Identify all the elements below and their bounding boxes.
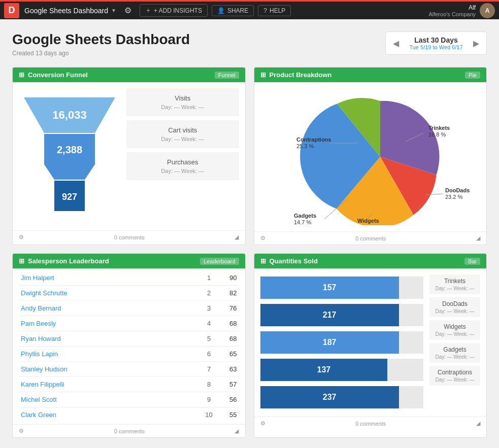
leaderboard-row: Stanley Hudson 7 63 — [19, 362, 239, 377]
quantities-sold-title: Quantities Sold — [270, 257, 318, 265]
date-prev-arrow[interactable]: ◀ — [393, 39, 399, 48]
leaderboard-name[interactable]: Michel Scott — [21, 396, 202, 403]
product-breakdown-widget: ⊞ Product Breakdown Pie — [254, 67, 487, 245]
leaderboard-name[interactable]: Jim Halpert — [21, 274, 202, 282]
conversion-funnel-type-badge: Funnel — [215, 72, 239, 79]
settings-icon-leaderboard[interactable]: ⚙ — [19, 428, 24, 434]
product-breakdown-header: ⊞ Product Breakdown Pie — [254, 67, 487, 82]
bar-row: 187 — [260, 331, 424, 354]
svg-text:14.7 %: 14.7 % — [294, 219, 311, 225]
leaderboard-score: 56 — [217, 396, 237, 403]
leaderboard-row: Andy Bernard 3 76 — [19, 301, 239, 316]
bar-stat-label: Contraptions — [434, 369, 476, 376]
leaderboard-rank: 7 — [202, 365, 217, 373]
svg-text:25.3 %: 25.3 % — [296, 143, 314, 149]
leaderboard-rank: 3 — [202, 304, 217, 312]
leaderboard-row: Pam Beesly 4 68 — [19, 316, 239, 331]
date-range-picker[interactable]: ◀ Last 30 Days Tue 5/19 to Wed 6/17 ▶ — [385, 31, 487, 55]
user-info: Alf Alferoo's Company — [428, 4, 476, 17]
date-next-arrow[interactable]: ▶ — [473, 39, 479, 48]
funnel-cart-label: Cart visits — [132, 126, 233, 134]
svg-text:Trinkets: Trinkets — [428, 125, 450, 131]
leaderboard-score: 57 — [217, 381, 237, 388]
bar-stat-sub: Day: — Week: — — [434, 331, 476, 337]
help-button[interactable]: ? HELP — [258, 5, 291, 16]
resize-icon-bar[interactable]: ◢ — [476, 420, 480, 427]
svg-text:927: 927 — [62, 192, 77, 202]
bar-stat-Contraptions: ContraptionsDay: — Week: — — [429, 366, 480, 386]
bar-value-DooDads: 217 — [260, 304, 399, 326]
bar-value-Contraptions: 237 — [260, 386, 399, 408]
bar-stats: TrinketsDay: — Week: —DooDadsDay: — Week… — [429, 274, 480, 410]
salesperson-leaderboard-widget: ⊞ Salesperson Leaderboard Leaderboard Ji… — [12, 253, 246, 438]
settings-icon-funnel[interactable]: ⚙ — [19, 234, 24, 240]
resize-icon-pie[interactable]: ◢ — [476, 235, 480, 242]
settings-icon[interactable]: ⚙ — [124, 6, 131, 15]
page-title: Google Sheets Dashboard — [12, 31, 190, 48]
leaderboard-row: Ryan Howard 5 68 — [19, 331, 239, 347]
share-icon: 👤 — [217, 7, 225, 14]
funnel-stats: Visits Day: — Week: — Cart visits Day: —… — [126, 88, 239, 180]
leaderboard-name[interactable]: Pam Beesly — [21, 320, 202, 327]
conversion-funnel-title: Conversion Funnel — [28, 71, 88, 79]
leaderboard-score: 63 — [217, 365, 237, 373]
funnel-comments[interactable]: 0 comments — [114, 234, 145, 240]
leaderboard-comments[interactable]: 0 comments — [114, 428, 145, 434]
app-logo: D — [4, 3, 19, 18]
funnel-cart-sub: Day: — Week: — — [132, 136, 233, 142]
svg-text:Gadgets: Gadgets — [294, 213, 316, 219]
bar-visualization: 157 217 187 137 237 — [260, 274, 424, 410]
page-title-area: Google Sheets Dashboard Created 13 days … — [12, 31, 190, 57]
leaderboard-row: Phyllis Lapin 6 65 — [19, 347, 239, 362]
svg-text:20.0 %: 20.0 % — [357, 224, 375, 225]
bar-stat-sub: Day: — Week: — — [434, 354, 476, 360]
resize-icon-funnel[interactable]: ◢ — [235, 234, 239, 240]
leaderboard-name[interactable]: Karen Filippelli — [21, 381, 202, 388]
leaderboard-rank: 8 — [202, 381, 217, 388]
leaderboard-name[interactable]: Andy Bernard — [21, 304, 202, 312]
leaderboard-header: ⊞ Salesperson Leaderboard Leaderboard — [13, 254, 245, 268]
funnel-purchases-label: Purchases — [132, 158, 233, 166]
svg-text:Contraptions: Contraptions — [296, 136, 331, 143]
funnel-svg: 16,033 2,388 927 — [19, 92, 120, 224]
bar-stat-label: Trinkets — [434, 278, 476, 285]
conversion-funnel-footer: ⚙ 0 comments ◢ — [13, 230, 245, 244]
leaderboard-name[interactable]: Clark Green — [21, 411, 202, 419]
quantities-sold-widget: ⊞ Quantities Sold Bar 157 217 187 137 23… — [254, 253, 487, 438]
user-area: Alf Alferoo's Company A — [428, 3, 495, 18]
page-header: Google Sheets Dashboard Created 13 days … — [12, 31, 487, 57]
svg-text:2,388: 2,388 — [57, 144, 82, 155]
resize-icon-leaderboard[interactable]: ◢ — [235, 428, 239, 434]
share-button[interactable]: 👤 SHARE — [212, 5, 254, 16]
leaderboard-rank: 1 — [202, 274, 217, 282]
pie-comments[interactable]: 0 comments — [355, 235, 386, 242]
settings-icon-bar[interactable]: ⚙ — [260, 420, 265, 427]
leaderboard-rank: 9 — [202, 396, 217, 403]
bar-track-Contraptions — [399, 386, 423, 408]
bar-stat-DooDads: DooDadsDay: — Week: — — [429, 297, 480, 317]
product-breakdown-type-badge: Pie — [465, 72, 480, 79]
leaderboard-name[interactable]: Stanley Hudson — [21, 365, 202, 373]
add-icon: ＋ — [145, 6, 151, 15]
bar-row: 137 — [260, 359, 424, 381]
bar-value-Widgets: 187 — [260, 331, 399, 354]
dashboard-grid: ⊞ Conversion Funnel Funnel 16,033 — [12, 67, 487, 438]
leaderboard-type-badge: Leaderboard — [200, 258, 239, 265]
bar-value-Trinkets: 157 — [260, 277, 399, 299]
leaderboard-name[interactable]: Dwight Schrutte — [21, 289, 202, 297]
app-title: Google Sheets Dashboard — [24, 7, 108, 15]
leaderboard-name[interactable]: Phyllis Lapin — [21, 350, 202, 358]
bar-container: 157 217 187 137 237 TrinketsDay: — Week:… — [260, 274, 481, 410]
title-dropdown-caret[interactable]: ▼ — [111, 8, 116, 13]
leaderboard-name[interactable]: Ryan Howard — [21, 335, 202, 342]
svg-text:16,033: 16,033 — [52, 109, 86, 121]
add-insights-button[interactable]: ＋ + ADD INSIGHTS — [140, 4, 208, 17]
page-subtitle: Created 13 days ago — [12, 50, 190, 57]
bar-stat-label: Widgets — [434, 323, 476, 330]
bar-comments[interactable]: 0 comments — [355, 421, 386, 427]
conversion-funnel-header: ⊞ Conversion Funnel Funnel — [13, 67, 245, 82]
quantities-sold-header: ⊞ Quantities Sold Bar — [254, 254, 487, 268]
leaderboard-row: Michel Scott 9 56 — [19, 392, 239, 407]
avatar[interactable]: A — [480, 3, 495, 18]
settings-icon-pie[interactable]: ⚙ — [260, 235, 265, 242]
